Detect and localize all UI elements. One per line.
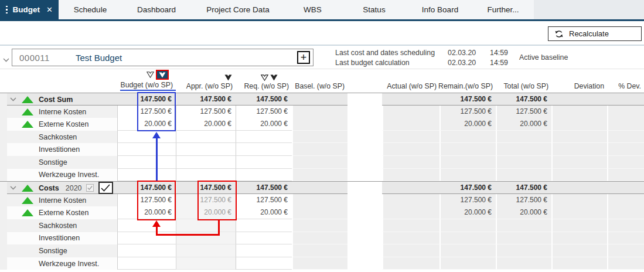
cell-deviation xyxy=(551,219,607,232)
cell-budget[interactable] xyxy=(117,257,176,270)
cell-remain xyxy=(439,257,496,270)
table-row: Investitionen xyxy=(0,143,644,156)
cell-basel xyxy=(292,93,347,106)
hamburger-menu-icon[interactable] xyxy=(6,6,8,14)
cell-actual xyxy=(382,131,439,144)
cell-budget[interactable] xyxy=(117,232,176,245)
tab-schedule[interactable]: Schedule xyxy=(59,0,122,19)
cell-appr[interactable] xyxy=(176,156,236,169)
cell-appr[interactable]: 147.500 € xyxy=(176,93,236,106)
cell-budget[interactable] xyxy=(117,244,176,257)
approve-checkbox[interactable] xyxy=(98,182,113,194)
cell-budget[interactable] xyxy=(117,131,176,144)
cell-basel xyxy=(292,106,347,118)
cell-budget[interactable]: 147.500 € xyxy=(117,182,176,194)
project-title: Test Budget xyxy=(76,53,122,63)
cell-budget[interactable] xyxy=(117,219,176,232)
table-row: Sonstige xyxy=(0,156,644,169)
cell-pdev xyxy=(607,194,644,207)
baseline-status: Active baseline xyxy=(519,53,568,62)
cell-actual xyxy=(382,194,439,207)
cell-budget[interactable]: 147.500 € xyxy=(117,93,176,106)
project-header: 000011 Test Budget + Last cost and dates… xyxy=(0,46,644,69)
tab-budget-active[interactable]: Budget ✕ xyxy=(0,0,59,19)
cell-appr[interactable] xyxy=(176,169,236,182)
cell-req[interactable]: 20.000 € xyxy=(236,118,292,131)
cell-req[interactable]: 147.500 € xyxy=(236,93,292,106)
cell-pdev xyxy=(607,143,644,156)
cell-req[interactable] xyxy=(236,131,292,144)
add-button[interactable]: + xyxy=(297,51,310,64)
cell-appr: 20.000 € xyxy=(176,206,236,219)
row-label: Werkzeuge Invest. xyxy=(39,171,99,179)
cell-req[interactable] xyxy=(236,219,292,232)
column-header-pdev: % Dev. xyxy=(607,69,644,93)
column-label: Actual (w/o SP) xyxy=(387,82,439,91)
row-expander-icon[interactable] xyxy=(7,97,19,101)
column-label[interactable]: Req. (w/o SP) xyxy=(244,82,292,91)
cell-basel xyxy=(292,257,347,270)
cell-req[interactable]: 20.000 € xyxy=(236,206,292,219)
cell-deviation xyxy=(551,194,607,207)
cell-appr[interactable]: 127.500 € xyxy=(176,106,236,118)
cell-total xyxy=(496,219,551,232)
cell-actual xyxy=(382,93,439,106)
cell-budget[interactable] xyxy=(117,169,176,182)
cell-req[interactable] xyxy=(236,156,292,169)
filter-funnel-icon[interactable] xyxy=(261,74,268,81)
cell-total xyxy=(496,244,551,257)
cell-remain: 147.500 € xyxy=(439,182,496,194)
cell-actual xyxy=(382,257,439,270)
cell-remain: 127.500 € xyxy=(439,194,496,207)
tab-dashboard[interactable]: Dashboard xyxy=(122,0,191,19)
collapse-chevron-icon[interactable] xyxy=(3,54,9,64)
cell-pdev xyxy=(607,232,644,245)
table-row: Sonstige xyxy=(0,244,644,257)
filter-funnel-active-icon[interactable] xyxy=(156,70,169,80)
cell-req[interactable] xyxy=(236,244,292,257)
cell-budget[interactable] xyxy=(117,156,176,169)
cell-remain: 147.500 € xyxy=(439,93,496,106)
column-label[interactable]: Budget (w/o SP) xyxy=(120,81,176,91)
tab-info-board[interactable]: Info Board xyxy=(408,0,472,19)
cell-budget[interactable]: 20.000 € xyxy=(117,118,176,131)
cell-budget[interactable]: 20.000 € xyxy=(117,206,176,219)
tab-project-core-data[interactable]: Project Core Data xyxy=(191,0,285,19)
cell-appr[interactable]: 147.500 € xyxy=(176,182,236,194)
column-header-gap xyxy=(347,69,382,93)
filter-funnel-outline-icon[interactable] xyxy=(146,72,154,78)
tab-wbs[interactable]: WBS xyxy=(285,0,340,19)
cell-req[interactable] xyxy=(236,169,292,182)
cell-appr[interactable]: 20.000 € xyxy=(176,118,236,131)
cell-remain xyxy=(439,232,496,245)
row-label: Sachkosten xyxy=(39,222,77,230)
cell-req[interactable]: 127.500 € xyxy=(236,106,292,118)
row-label: Sonstige xyxy=(39,158,67,166)
cell-appr[interactable] xyxy=(176,143,236,156)
cell-budget[interactable]: 127.500 € xyxy=(117,106,176,118)
cell-basel xyxy=(292,232,347,245)
cell-basel xyxy=(292,219,347,232)
close-tab-icon[interactable]: ✕ xyxy=(46,5,53,14)
cell-budget[interactable] xyxy=(117,143,176,156)
cell-appr[interactable] xyxy=(176,131,236,144)
cell-req[interactable] xyxy=(236,257,292,270)
filter-funnel-icon[interactable] xyxy=(224,74,232,81)
cell-total: 20.000 € xyxy=(496,118,551,131)
row-expander-icon[interactable] xyxy=(7,186,19,190)
column-header-appr: Appr. (w/o SP) xyxy=(176,69,236,93)
tab-status[interactable]: Status xyxy=(340,0,408,19)
recalculate-button[interactable]: Recalculate xyxy=(548,26,642,41)
green-triangle-marker-icon xyxy=(22,108,33,115)
cell-req[interactable] xyxy=(236,143,292,156)
filter-funnel-icon[interactable] xyxy=(270,74,278,81)
column-label: Deviation xyxy=(574,82,607,91)
cell-appr xyxy=(176,219,236,232)
column-label[interactable]: Appr. (w/o SP) xyxy=(186,82,236,91)
tab-further[interactable]: Further... xyxy=(472,0,534,19)
cell-req[interactable]: 147.500 € xyxy=(236,182,292,194)
cell-budget[interactable]: 127.500 € xyxy=(117,194,176,207)
cell-appr xyxy=(176,232,236,245)
cell-req[interactable] xyxy=(236,232,292,245)
cell-req[interactable]: 127.500 € xyxy=(236,194,292,207)
